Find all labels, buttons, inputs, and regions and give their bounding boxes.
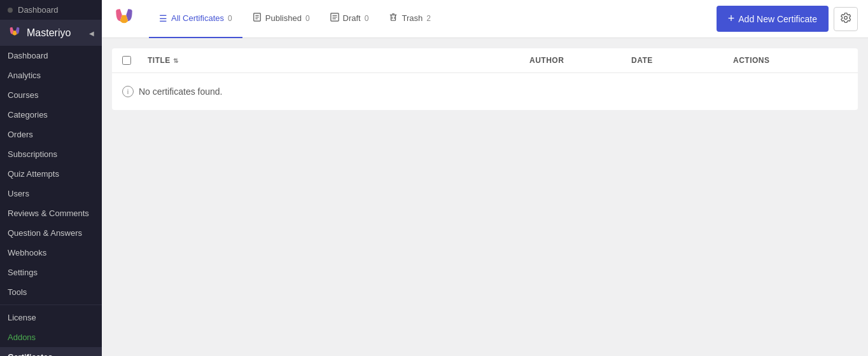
author-column-label: AUTHOR <box>529 56 564 65</box>
wp-icon <box>8 8 13 13</box>
settings-button[interactable] <box>834 7 858 31</box>
sidebar-item-label: Settings <box>8 268 38 277</box>
sidebar-item-label: Users <box>8 189 29 198</box>
empty-state-row: i No certificates found. <box>112 73 858 110</box>
sidebar-item-certificates[interactable]: Certificates <box>0 347 102 356</box>
sidebar-item-orders[interactable]: Orders <box>0 125 102 144</box>
wp-dashboard-label: Dashboard <box>18 5 59 15</box>
sidebar-item-label: Analytics <box>8 71 41 80</box>
all-certificates-icon: ☰ <box>159 13 167 24</box>
sidebar-item-addons[interactable]: Addons <box>0 327 102 347</box>
column-header-date: DATE <box>631 56 733 65</box>
sidebar-item-label: Courses <box>8 90 38 100</box>
tab-count: 2 <box>426 14 431 23</box>
sidebar-item-subscriptions[interactable]: Subscriptions <box>0 144 102 164</box>
sidebar-item-label: Webhooks <box>8 248 46 257</box>
sidebar-item-analytics[interactable]: Analytics <box>0 65 102 85</box>
sidebar-divider <box>0 305 102 305</box>
sidebar-item-label: Tools <box>8 287 27 297</box>
sidebar-item-label: Question & Answers <box>8 228 82 238</box>
sidebar: Dashboard Masteriyo ◀ Dashboard Analytic… <box>0 0 102 356</box>
sidebar-item-categories[interactable]: Categories <box>0 105 102 125</box>
sidebar-item-label: License <box>8 313 36 322</box>
select-all-checkbox-wrap[interactable] <box>122 56 148 65</box>
tab-label: Published <box>265 13 302 23</box>
tab-label: Draft <box>343 13 361 23</box>
empty-message: No certificates found. <box>139 86 223 97</box>
column-header-actions: ACTIONS <box>733 56 848 65</box>
plus-icon: + <box>728 12 735 25</box>
sidebar-item-webhooks[interactable]: Webhooks <box>0 243 102 263</box>
sidebar-item-label: Orders <box>8 130 33 139</box>
svg-rect-8 <box>391 15 396 21</box>
trash-icon <box>389 13 398 24</box>
tab-published[interactable]: Published 0 <box>242 0 320 38</box>
sidebar-item-label: Categories <box>8 110 48 120</box>
sidebar-item-label: Quiz Attempts <box>8 169 59 179</box>
actions-column-label: ACTIONS <box>733 56 770 65</box>
sort-icon[interactable]: ⇅ <box>173 57 179 64</box>
sidebar-item-license[interactable]: License <box>0 308 102 327</box>
topbar: ☰ All Certificates 0 Published 0 Draft 0 <box>102 0 868 38</box>
sidebar-item-label: Addons <box>8 332 36 342</box>
info-icon: i <box>122 86 134 97</box>
column-header-title: TITLE ⇅ <box>148 56 529 65</box>
sidebar-item-reviews-comments[interactable]: Reviews & Comments <box>0 203 102 223</box>
sidebar-wp-dashboard[interactable]: Dashboard <box>0 0 102 20</box>
tab-all-certificates[interactable]: ☰ All Certificates 0 <box>149 0 242 38</box>
sidebar-item-users[interactable]: Users <box>0 184 102 203</box>
masteriyo-brand-icon <box>112 7 136 31</box>
column-header-author: AUTHOR <box>529 56 631 65</box>
brand-label: Masteriyo <box>27 27 71 39</box>
tab-count: 0 <box>365 14 369 23</box>
add-button-label: Add New Certificate <box>738 14 817 24</box>
table-header: TITLE ⇅ AUTHOR DATE ACTIONS <box>112 48 858 73</box>
sidebar-item-settings[interactable]: Settings <box>0 263 102 282</box>
sidebar-item-label: Subscriptions <box>8 149 57 159</box>
sidebar-item-label: Dashboard <box>8 51 48 60</box>
sidebar-item-courses[interactable]: Courses <box>0 85 102 105</box>
tabs: ☰ All Certificates 0 Published 0 Draft 0 <box>149 0 717 38</box>
sidebar-item-label: Certificates <box>8 352 53 356</box>
select-all-checkbox[interactable] <box>122 56 131 65</box>
published-icon <box>253 13 262 24</box>
draft-icon <box>330 13 339 24</box>
sidebar-nav: Dashboard Analytics Courses Categories O… <box>0 46 102 356</box>
tab-trash[interactable]: Trash 2 <box>379 0 440 38</box>
title-column-label: TITLE <box>148 56 171 65</box>
page-content: TITLE ⇅ AUTHOR DATE ACTIONS i No certifi… <box>102 38 868 356</box>
sidebar-item-label: Reviews & Comments <box>8 209 89 218</box>
tab-label: Trash <box>402 13 423 23</box>
tab-draft[interactable]: Draft 0 <box>320 0 379 38</box>
tab-count: 0 <box>305 14 310 23</box>
tab-count: 0 <box>228 14 232 23</box>
date-column-label: DATE <box>631 56 653 65</box>
sidebar-item-tools[interactable]: Tools <box>0 282 102 302</box>
sidebar-item-question-answers[interactable]: Question & Answers <box>0 223 102 243</box>
sidebar-item-quiz-attempts[interactable]: Quiz Attempts <box>0 164 102 184</box>
sidebar-collapse-icon[interactable]: ◀ <box>89 30 94 37</box>
sidebar-item-dashboard[interactable]: Dashboard <box>0 46 102 65</box>
tab-label: All Certificates <box>171 13 224 23</box>
gear-icon <box>841 13 851 25</box>
certificates-table: TITLE ⇅ AUTHOR DATE ACTIONS i No certifi… <box>112 48 858 110</box>
masteriyo-logo-icon <box>8 26 22 40</box>
add-new-certificate-button[interactable]: + Add New Certificate <box>717 6 829 32</box>
main-content: ☰ All Certificates 0 Published 0 Draft 0 <box>102 0 868 356</box>
topbar-actions: + Add New Certificate <box>717 6 858 32</box>
sidebar-brand: Masteriyo ◀ <box>0 20 102 46</box>
logo-area <box>112 7 136 31</box>
